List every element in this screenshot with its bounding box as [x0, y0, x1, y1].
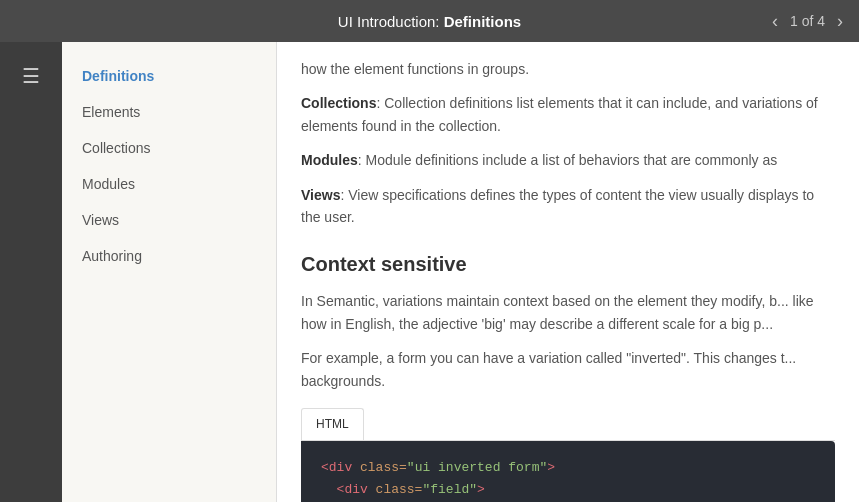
sidebar-nav: Definitions Elements Collections Modules…: [62, 42, 277, 502]
menu-icon[interactable]: ☰: [12, 54, 50, 98]
section-title: Context sensitive: [301, 248, 835, 280]
modules-term: Modules: [301, 152, 358, 168]
views-para: Views: View specifications defines the t…: [301, 184, 835, 229]
context-para1: In Semantic, variations maintain context…: [301, 290, 835, 335]
code-block: <div class="ui inverted form"> <div clas…: [301, 441, 835, 502]
collections-desc: : Collection definitions list elements t…: [301, 95, 818, 133]
collections-para: Collections: Collection definitions list…: [301, 92, 835, 137]
sidebar-item-modules[interactable]: Modules: [62, 166, 276, 202]
modules-desc: : Module definitions include a list of b…: [358, 152, 777, 168]
modules-para: Modules: Module definitions include a li…: [301, 149, 835, 171]
nav-controls: ‹ 1 of 4 ›: [764, 0, 859, 42]
html-tab[interactable]: HTML: [301, 408, 364, 440]
topbar: UI Introduction: Definitions ‹ 1 of 4 ›: [0, 0, 859, 42]
page-indicator: 1 of 4: [790, 13, 825, 29]
sidebar-item-views[interactable]: Views: [62, 202, 276, 238]
sidebar-item-definitions[interactable]: Definitions: [62, 58, 276, 94]
code-tab-bar: HTML: [301, 408, 835, 441]
topbar-title: UI Introduction: Definitions: [338, 13, 521, 30]
sidebar-item-collections[interactable]: Collections: [62, 130, 276, 166]
views-desc: : View specifications defines the types …: [301, 187, 814, 225]
views-term: Views: [301, 187, 340, 203]
prev-button[interactable]: ‹: [764, 8, 786, 34]
main-layout: ☰ Definitions Elements Collections Modul…: [0, 42, 859, 502]
sidebar-item-authoring[interactable]: Authoring: [62, 238, 276, 274]
code-line-1: <div class="ui inverted form">: [321, 457, 815, 479]
next-button[interactable]: ›: [829, 8, 851, 34]
sidebar-item-elements[interactable]: Elements: [62, 94, 276, 130]
collections-term: Collections: [301, 95, 376, 111]
sidebar-icon-panel: ☰: [0, 42, 62, 502]
context-para2: For example, a form you can have a varia…: [301, 347, 835, 392]
intro-text: how the element functions in groups.: [301, 58, 835, 80]
content-area: how the element functions in groups. Col…: [277, 42, 859, 502]
code-line-2: <div class="field">: [321, 479, 815, 501]
